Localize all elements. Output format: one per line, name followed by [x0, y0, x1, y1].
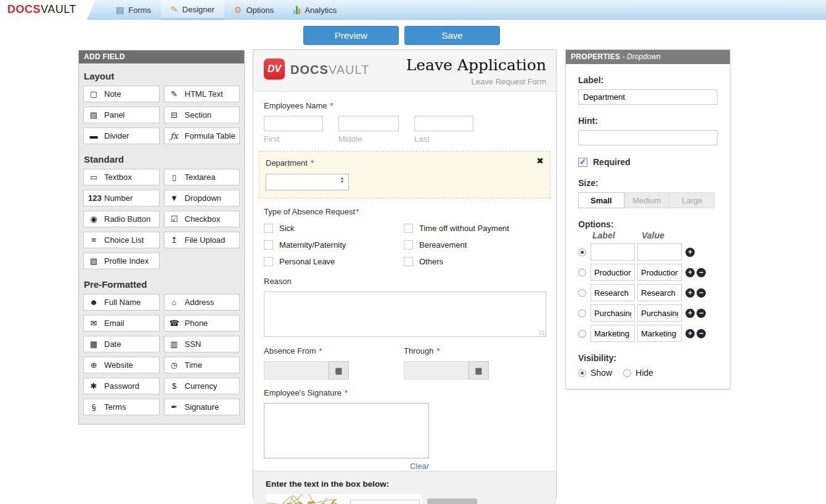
- add-option-icon[interactable]: +: [685, 288, 695, 298]
- checkbox-sick[interactable]: Sick: [264, 224, 404, 233]
- reason-field[interactable]: Reason: [264, 275, 546, 337]
- add-field-textbox[interactable]: ▭Textbox: [83, 169, 160, 185]
- save-button[interactable]: Save: [404, 26, 500, 45]
- through-input[interactable]: [404, 361, 468, 380]
- department-dropdown[interactable]: ▲▼: [266, 174, 349, 190]
- add-field-choice-list[interactable]: ≡Choice List: [83, 232, 160, 248]
- signature-clear-link[interactable]: Clear: [264, 461, 429, 471]
- remove-option-icon[interactable]: −: [697, 329, 706, 338]
- add-field-full-name[interactable]: ☻Full Name: [83, 294, 160, 311]
- employees-name-field[interactable]: Employees Name* First Middle Last: [264, 100, 546, 144]
- add-field-ssn[interactable]: ▥SSN: [164, 336, 240, 352]
- reason-textarea[interactable]: [264, 291, 546, 337]
- checkbox-bereavement[interactable]: Bereavement: [404, 240, 546, 250]
- add-field-time[interactable]: ◷Time: [164, 357, 240, 373]
- tab-options[interactable]: ⚙ Options: [224, 0, 284, 20]
- option-value-input[interactable]: [637, 304, 682, 322]
- checkbox-others[interactable]: Others: [404, 257, 546, 266]
- remove-option-icon[interactable]: −: [697, 288, 706, 298]
- checkbox-time-off[interactable]: Time off without Payment: [404, 224, 546, 233]
- remove-option-icon[interactable]: −: [697, 309, 706, 318]
- checkbox-label: Time off without Payment: [419, 224, 509, 233]
- captcha-input[interactable]: [350, 500, 420, 504]
- add-field-number[interactable]: 123Number: [83, 190, 160, 206]
- first-name-input[interactable]: [264, 116, 323, 131]
- tab-designer[interactable]: ✎ Designer: [161, 0, 224, 20]
- option-label-input[interactable]: [591, 304, 635, 322]
- absence-from-field[interactable]: Absence From* ▦: [264, 345, 404, 380]
- signature-field[interactable]: Employee's Signature* Clear: [264, 387, 546, 471]
- add-field-website[interactable]: ⊕Website: [83, 357, 160, 373]
- remove-option-icon[interactable]: −: [697, 268, 706, 277]
- checkbox-personal-leave[interactable]: Personal Leave: [264, 257, 404, 266]
- add-field-checkbox[interactable]: ☑Checkbox: [164, 211, 240, 227]
- add-field-textarea[interactable]: ▯Textarea: [164, 169, 240, 185]
- option-default-radio[interactable]: [578, 248, 586, 256]
- option-default-radio[interactable]: [578, 269, 586, 277]
- remove-field-icon[interactable]: ✖: [536, 156, 544, 166]
- option-label-input[interactable]: [591, 284, 635, 301]
- option-default-radio[interactable]: [578, 309, 586, 317]
- add-field-currency[interactable]: $Currency: [164, 378, 240, 394]
- add-field-password[interactable]: ✱Password: [83, 378, 160, 394]
- tab-designer-label: Designer: [182, 5, 215, 14]
- tab-forms[interactable]: ▤ Forms: [106, 0, 161, 20]
- option-value-input[interactable]: [637, 264, 682, 281]
- option-label-input[interactable]: [591, 264, 635, 281]
- add-field-email[interactable]: ✉Email: [83, 315, 160, 331]
- option-label-input[interactable]: [591, 243, 635, 261]
- size-large-button[interactable]: Large: [669, 192, 715, 208]
- through-field[interactable]: Through* ▦: [404, 345, 544, 380]
- add-field-radio-button[interactable]: ◉Radio Button: [83, 211, 160, 227]
- add-field-dropdown[interactable]: ▼Dropdown: [164, 190, 240, 206]
- add-option-icon[interactable]: +: [685, 309, 695, 318]
- preview-button[interactable]: Preview: [303, 26, 399, 45]
- add-option-icon[interactable]: +: [685, 329, 695, 338]
- add-field-profile-index[interactable]: ▧Profile Index: [83, 253, 160, 269]
- add-field-phone[interactable]: ☎Phone: [164, 315, 240, 331]
- signature-pad[interactable]: [264, 403, 429, 458]
- add-field-divider[interactable]: ▬Divider: [83, 128, 160, 144]
- add-option-icon[interactable]: +: [685, 248, 695, 257]
- add-field-note[interactable]: ▢Note: [83, 86, 160, 102]
- required-checkbox[interactable]: [578, 158, 587, 167]
- id-card-icon: ▥: [169, 339, 180, 349]
- calendar-picker-button[interactable]: ▦: [329, 361, 349, 380]
- option-default-radio[interactable]: [578, 289, 586, 297]
- add-field-section[interactable]: ⊟Section: [164, 107, 240, 123]
- field-label: Textarea: [185, 173, 216, 182]
- calendar-picker-button[interactable]: ▦: [468, 361, 489, 380]
- absence-type-field[interactable]: Type of Absence Request* Sick Time off w…: [264, 206, 546, 266]
- absence-from-input[interactable]: [264, 361, 329, 380]
- add-field-address[interactable]: ⌂Address: [164, 294, 240, 311]
- add-field-terms[interactable]: §Terms: [83, 399, 160, 415]
- size-small-button[interactable]: Small: [578, 192, 624, 208]
- checkbox-maternity[interactable]: Maternity/Paternity: [264, 240, 404, 250]
- add-field-file-upload[interactable]: ↥File Upload: [164, 232, 240, 248]
- label-input[interactable]: [578, 89, 718, 105]
- layout-field-grid: ▢Note ✎HTML Text ▤Panel ⊟Section ▬Divide…: [83, 86, 240, 144]
- last-name-input[interactable]: [414, 116, 473, 131]
- add-field-signature[interactable]: ✒Signature: [164, 399, 240, 415]
- field-label: Divider: [104, 131, 129, 140]
- option-default-radio[interactable]: [578, 330, 586, 338]
- add-field-html-text[interactable]: ✎HTML Text: [164, 86, 240, 102]
- add-field-date[interactable]: ▦Date: [83, 336, 160, 352]
- properties-header: PROPERTIES - Dropdown: [566, 50, 730, 64]
- size-medium-button[interactable]: Medium: [624, 192, 670, 208]
- submit-button[interactable]: Submit: [427, 498, 477, 504]
- add-field-formula-table[interactable]: ƒxFormula Table: [164, 128, 240, 144]
- hint-input[interactable]: [578, 130, 718, 145]
- option-value-input[interactable]: [637, 243, 682, 261]
- option-value-input[interactable]: [637, 284, 682, 301]
- visibility-hide-radio[interactable]: [623, 369, 631, 377]
- option-value-input[interactable]: [637, 325, 682, 342]
- option-label-input[interactable]: [591, 325, 635, 342]
- add-option-icon[interactable]: +: [685, 268, 695, 277]
- analytics-icon: [293, 6, 300, 14]
- tab-analytics[interactable]: Analytics: [284, 0, 346, 20]
- add-field-panel-item[interactable]: ▤Panel: [83, 107, 160, 123]
- department-field-selected[interactable]: Department* ✖ ▲▼: [259, 151, 550, 198]
- middle-name-input[interactable]: [338, 116, 399, 131]
- visibility-show-radio[interactable]: [578, 369, 586, 377]
